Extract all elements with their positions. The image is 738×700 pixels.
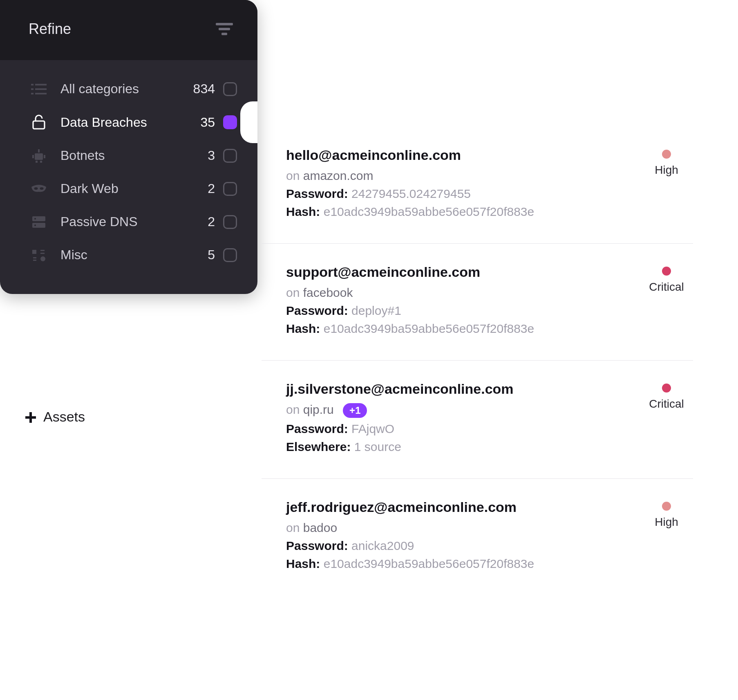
severity-dot-icon <box>662 384 671 393</box>
breach-hash-line: Hash: e10adc3949ba59abbe56e057f20f883e <box>286 322 640 336</box>
breach-result-main: jj.silverstone@acmeinconline.com on qip.… <box>286 381 640 458</box>
category-checkbox[interactable] <box>223 215 237 229</box>
severity-indicator: Critical <box>640 381 693 411</box>
assets-label: Assets <box>43 409 85 425</box>
category-botnets[interactable]: Botnets 3 <box>0 139 257 172</box>
severity-label: Critical <box>640 280 693 294</box>
breach-result-main: support@acmeinconline.com on facebook Pa… <box>286 264 640 340</box>
category-count: 5 <box>208 247 215 262</box>
svg-rect-22 <box>32 250 36 254</box>
category-count: 3 <box>208 148 215 163</box>
unlock-icon <box>29 114 49 130</box>
severity-dot-icon <box>662 502 671 511</box>
breach-result[interactable]: hello@acmeinconline.com on amazon.com Pa… <box>262 127 693 244</box>
list-icon <box>29 83 49 95</box>
breach-password-line: Password: deploy#1 <box>286 304 640 318</box>
breach-password-line: Password: 24279455.024279455 <box>286 187 640 201</box>
category-count: 2 <box>208 214 215 229</box>
breach-result[interactable]: jj.silverstone@acmeinconline.com on qip.… <box>262 361 693 479</box>
filter-icon[interactable] <box>216 23 233 35</box>
category-label: All categories <box>60 81 193 96</box>
category-label: Misc <box>60 247 208 262</box>
breach-results: hello@acmeinconline.com on amazon.com Pa… <box>262 127 693 595</box>
plus-icon <box>25 411 37 423</box>
svg-rect-0 <box>216 23 233 25</box>
refine-sidebar: Refine All categories 834 <box>0 0 257 294</box>
breach-result[interactable]: support@acmeinconline.com on facebook Pa… <box>262 244 693 361</box>
severity-label: Critical <box>640 397 693 411</box>
svg-rect-11 <box>38 149 40 153</box>
assets-toggle[interactable]: Assets <box>25 409 85 425</box>
refine-title: Refine <box>29 20 71 38</box>
severity-label: High <box>640 164 693 177</box>
category-label: Botnets <box>60 148 208 163</box>
breach-site-line: on badoo <box>286 521 640 535</box>
mask-icon <box>29 184 49 193</box>
svg-rect-5 <box>31 88 34 90</box>
svg-point-20 <box>34 218 36 220</box>
extra-sites-badge[interactable]: +1 <box>343 403 367 418</box>
breach-result[interactable]: jeff.rodriguez@acmeinconline.com on bado… <box>262 479 693 595</box>
svg-rect-27 <box>33 260 36 261</box>
severity-indicator: High <box>640 147 693 177</box>
svg-point-17 <box>40 187 44 190</box>
svg-rect-29 <box>25 416 36 419</box>
breach-email: hello@acmeinconline.com <box>286 147 640 163</box>
breach-email: jj.silverstone@acmeinconline.com <box>286 381 640 397</box>
svg-rect-2 <box>221 33 227 35</box>
breach-result-main: jeff.rodriguez@acmeinconline.com on bado… <box>286 499 640 575</box>
svg-rect-25 <box>40 253 45 254</box>
bot-icon <box>29 148 49 163</box>
breach-site-line: on facebook <box>286 286 640 300</box>
severity-label: High <box>640 516 693 529</box>
svg-rect-10 <box>35 153 43 160</box>
category-checkbox[interactable] <box>223 115 237 129</box>
server-icon <box>29 215 49 229</box>
svg-rect-3 <box>31 84 34 85</box>
severity-dot-icon <box>662 267 671 276</box>
category-checkbox[interactable] <box>223 82 237 96</box>
breach-password-line: Password: anicka2009 <box>286 539 640 553</box>
svg-rect-19 <box>32 223 45 228</box>
category-passive-dns[interactable]: Passive DNS 2 <box>0 205 257 238</box>
category-count: 35 <box>200 115 215 130</box>
category-list: All categories 834 Data Breaches 35 <box>0 60 257 294</box>
breach-site-line: on qip.ru +1 <box>286 403 640 418</box>
svg-rect-14 <box>36 161 38 163</box>
category-data-breaches[interactable]: Data Breaches 35 <box>0 105 257 139</box>
svg-rect-1 <box>219 28 230 30</box>
breach-password-line: Password: FAjqwO <box>286 422 640 436</box>
breach-hash-line: Hash: e10adc3949ba59abbe56e057f20f883e <box>286 205 640 219</box>
refine-header: Refine <box>0 0 257 60</box>
svg-rect-6 <box>35 88 47 90</box>
svg-rect-13 <box>44 155 45 158</box>
breach-elsewhere-line: Elsewhere: 1 source <box>286 440 640 454</box>
category-checkbox[interactable] <box>223 149 237 163</box>
svg-rect-12 <box>32 155 34 158</box>
category-misc[interactable]: Misc 5 <box>0 238 257 271</box>
svg-rect-24 <box>40 250 45 251</box>
svg-point-21 <box>34 224 36 226</box>
breach-result-main: hello@acmeinconline.com on amazon.com Pa… <box>286 147 640 223</box>
svg-rect-7 <box>31 93 34 94</box>
breach-hash-line: Hash: e10adc3949ba59abbe56e057f20f883e <box>286 557 640 571</box>
category-label: Data Breaches <box>60 115 200 130</box>
category-count: 2 <box>208 181 215 196</box>
category-checkbox[interactable] <box>223 248 237 262</box>
category-all[interactable]: All categories 834 <box>0 72 257 105</box>
svg-rect-8 <box>35 93 47 94</box>
svg-rect-15 <box>40 161 42 163</box>
category-checkbox[interactable] <box>223 182 237 196</box>
category-dark-web[interactable]: Dark Web 2 <box>0 172 257 205</box>
svg-rect-9 <box>33 121 45 129</box>
svg-point-23 <box>40 256 45 261</box>
severity-indicator: Critical <box>640 264 693 294</box>
misc-icon <box>29 248 49 262</box>
category-label: Dark Web <box>60 181 208 196</box>
breach-email: support@acmeinconline.com <box>286 264 640 280</box>
breach-site-line: on amazon.com <box>286 169 640 183</box>
severity-dot-icon <box>662 150 671 159</box>
category-label: Passive DNS <box>60 214 208 229</box>
category-count: 834 <box>193 81 215 96</box>
svg-rect-18 <box>32 216 45 221</box>
